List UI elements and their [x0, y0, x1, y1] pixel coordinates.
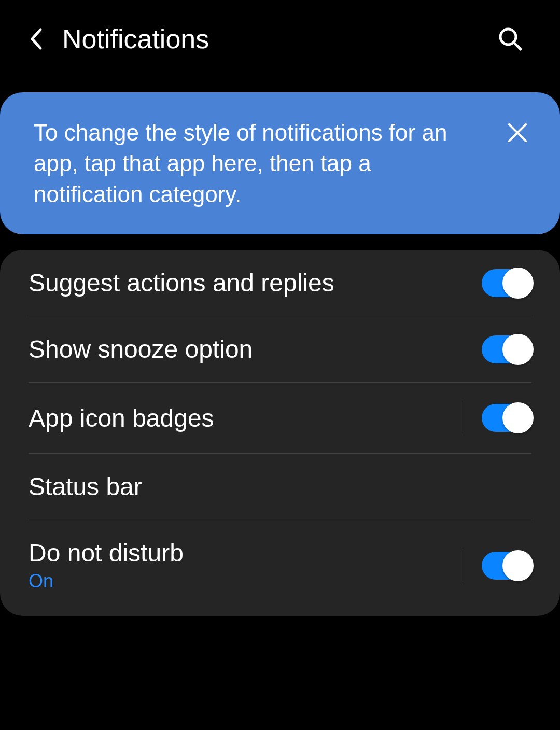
row-suggest-actions[interactable]: Suggest actions and replies	[29, 250, 531, 316]
row-status-bar[interactable]: Status bar	[29, 454, 531, 520]
svg-line-1	[514, 43, 521, 49]
row-do-not-disturb[interactable]: Do not disturb On	[29, 520, 531, 616]
row-show-snooze[interactable]: Show snooze option	[29, 316, 531, 383]
settings-card: Suggest actions and replies Show snooze …	[0, 250, 560, 616]
toggle-suggest-actions[interactable]	[482, 269, 531, 297]
row-label: Show snooze option	[29, 335, 482, 363]
toggle-app-icon-badges[interactable]	[482, 404, 531, 432]
row-label: Suggest actions and replies	[29, 269, 482, 297]
info-banner-text: To change the style of notifications for…	[34, 117, 485, 209]
row-label: Do not disturb	[29, 539, 463, 567]
row-right	[463, 401, 531, 434]
vertical-divider	[463, 401, 463, 434]
row-right	[482, 335, 531, 363]
info-banner: To change the style of notifications for…	[0, 92, 560, 234]
row-text: App icon badges	[29, 404, 463, 432]
row-status: On	[29, 570, 463, 592]
row-text: Suggest actions and replies	[29, 269, 482, 297]
toggle-show-snooze[interactable]	[482, 335, 531, 363]
row-text: Show snooze option	[29, 335, 482, 363]
row-text: Do not disturb On	[29, 539, 463, 592]
back-icon[interactable]	[26, 29, 47, 49]
row-right	[482, 269, 531, 297]
row-text: Status bar	[29, 472, 531, 501]
search-icon[interactable]	[497, 25, 524, 52]
close-icon[interactable]	[506, 121, 529, 144]
page-title: Notifications	[62, 23, 497, 54]
row-app-icon-badges[interactable]: App icon badges	[29, 383, 531, 454]
row-right	[463, 549, 531, 582]
row-label: Status bar	[29, 472, 531, 501]
vertical-divider	[463, 549, 463, 582]
toggle-do-not-disturb[interactable]	[482, 552, 531, 580]
row-label: App icon badges	[29, 404, 463, 432]
header: Notifications	[0, 0, 560, 78]
